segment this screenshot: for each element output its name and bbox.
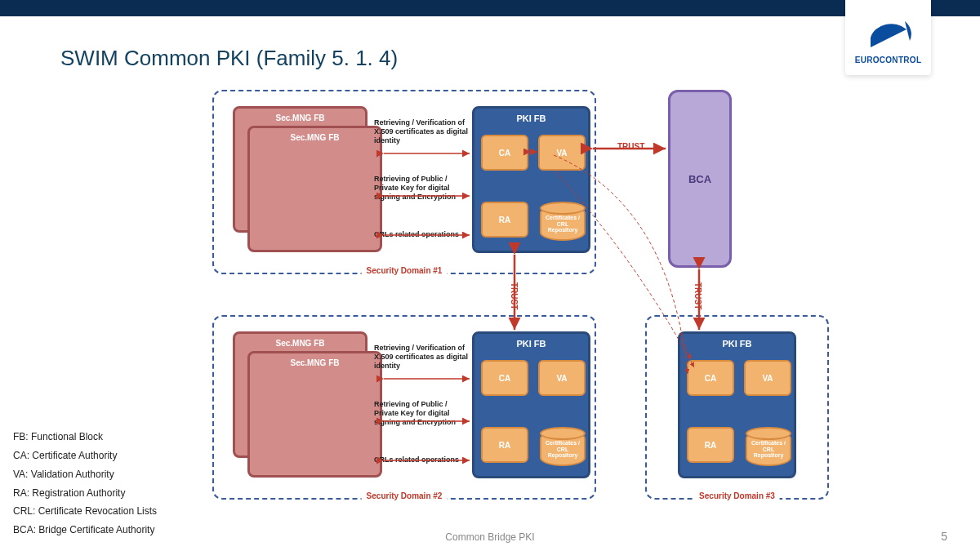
ca-d2: CA [481,360,528,396]
legend-va: VA: Validation Authority [13,465,157,484]
logo-text: EUROCONTROL [855,56,922,64]
secmng-label: Sec.MNG FB [275,339,324,348]
legend-ra: RA: Registration Authority [13,484,157,503]
pki-fb-d2: PKI FB CA VA RA Certificates / CRL Repos… [472,331,590,478]
domain-3-label: Security Domain #3 [694,491,780,500]
domain-1-label: Security Domain #1 [362,266,448,275]
va-d2: VA [538,360,586,396]
ca-d1: CA [481,135,528,171]
secmng-fb-d1-front: Sec.MNG FB [247,126,382,252]
footer-text: Common Bridge PKI [445,531,534,543]
trust-label-v1: TRUST [510,279,519,313]
legend-fb: FB: Functional Block [13,428,157,447]
pki-fb-d3: PKI FB CA VA RA Certificates / CRL Repos… [678,331,796,478]
ra-d3: RA [687,427,734,463]
va-d1: VA [538,135,586,171]
diagram: Security Domain #1 Sec.MNG FB Sec.MNG FB… [49,90,931,522]
page-number: 5 [941,530,947,543]
note-verify-d2: Retrieving / Verification of X.509 certi… [374,344,470,370]
note-pubkey-d1: Retrieving of Public / Private Key for d… [374,175,470,201]
trust-label-v2: TRUST [693,279,702,313]
secmng-label: Sec.MNG FB [290,133,339,142]
secmng-label: Sec.MNG FB [290,358,339,367]
note-crl-d2: CRLs related operations [374,455,459,464]
pki-fb-label: PKI FB [722,339,751,349]
secmng-label: Sec.MNG FB [275,113,324,122]
legend-ca: CA: Certificate Authority [13,447,157,465]
ca-d3: CA [687,360,734,396]
pki-fb-d1: PKI FB CA VA RA Certificates / CRL Repos… [472,106,590,253]
bca-block: BCA [668,90,732,268]
repo-d2: Certificates / CRL Repository [538,430,587,466]
repo-d3: Certificates / CRL Repository [744,430,793,466]
eurocontrol-logo: EUROCONTROL [845,0,931,75]
repo-d1: Certificates / CRL Repository [538,205,587,241]
ra-d2: RA [481,427,528,463]
legend: FB: Functional Block CA: Certificate Aut… [13,428,157,540]
note-verify-d1: Retrieving / Verification of X.509 certi… [374,118,470,144]
trust-label-h: TRUST [614,142,648,151]
va-d3: VA [744,360,791,396]
pki-fb-label: PKI FB [516,113,546,123]
legend-crl: CRL: Certificate Revocation Lists [13,502,157,521]
domain-2-label: Security Domain #2 [362,491,448,500]
page-title: SWIM Common PKI (Family 5. 1. 4) [60,46,398,71]
note-pubkey-d2: Retrieving of Public / Private Key for d… [374,400,470,426]
secmng-fb-d2-front: Sec.MNG FB [247,351,382,478]
legend-bca: BCA: Bridge Certificate Authority [13,521,157,540]
ra-d1: RA [481,202,528,238]
note-crl-d1: CRLs related operations [374,230,459,238]
pki-fb-label: PKI FB [516,339,546,349]
top-bar [0,0,980,16]
